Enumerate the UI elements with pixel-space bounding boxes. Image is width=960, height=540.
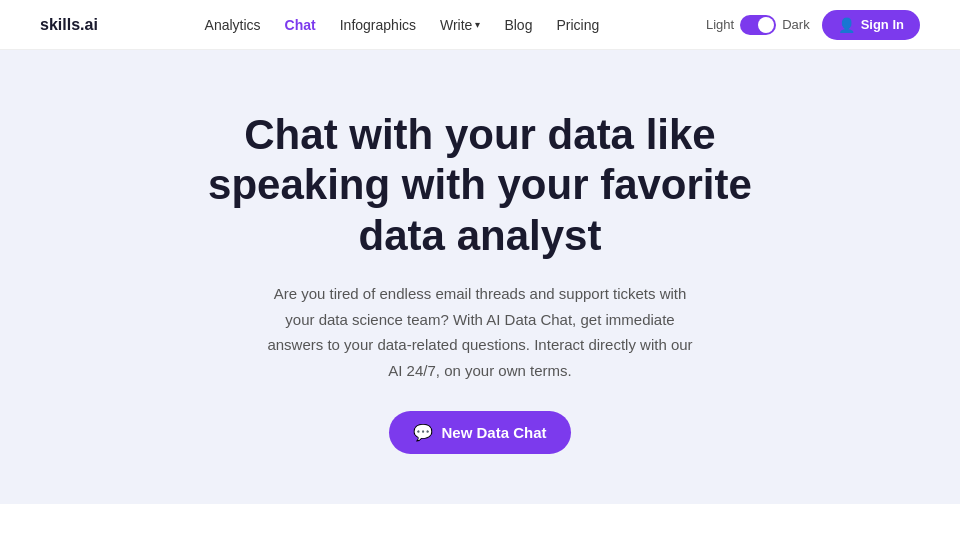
nav-item-infographics[interactable]: Infographics	[340, 17, 416, 33]
nav-right: Light Dark 👤 Sign In	[706, 10, 920, 40]
logo-text: skills.ai	[40, 16, 98, 33]
theme-light-label: Light	[706, 17, 734, 32]
toggle-thumb	[758, 17, 774, 33]
toggle-track[interactable]	[740, 15, 776, 35]
hero-section: Chat with your data like speaking with y…	[0, 50, 960, 504]
nav-item-write[interactable]: Write ▾	[440, 17, 480, 33]
nav-links: Analytics Chat Infographics Write ▾ Blog…	[205, 17, 600, 33]
logo[interactable]: skills.ai	[40, 16, 98, 34]
nav-item-analytics[interactable]: Analytics	[205, 17, 261, 33]
user-icon: 👤	[838, 17, 855, 33]
theme-toggle[interactable]: Light Dark	[706, 15, 810, 35]
theme-dark-label: Dark	[782, 17, 809, 32]
hero-subtext: Are you tired of endless email threads a…	[260, 281, 700, 383]
navigation: skills.ai Analytics Chat Infographics Wr…	[0, 0, 960, 50]
nav-item-pricing[interactable]: Pricing	[556, 17, 599, 33]
cta-label: New Data Chat	[441, 424, 546, 441]
chevron-down-icon: ▾	[475, 19, 480, 30]
nav-item-blog[interactable]: Blog	[504, 17, 532, 33]
chat-icon: 💬	[413, 423, 433, 442]
signin-button[interactable]: 👤 Sign In	[822, 10, 920, 40]
new-data-chat-button[interactable]: 💬 New Data Chat	[389, 411, 570, 454]
hero-heading: Chat with your data like speaking with y…	[180, 110, 780, 261]
below-hero-section: Ask your data questions, receive answers…	[0, 504, 960, 540]
signin-label: Sign In	[861, 17, 904, 32]
nav-item-chat[interactable]: Chat	[285, 17, 316, 33]
